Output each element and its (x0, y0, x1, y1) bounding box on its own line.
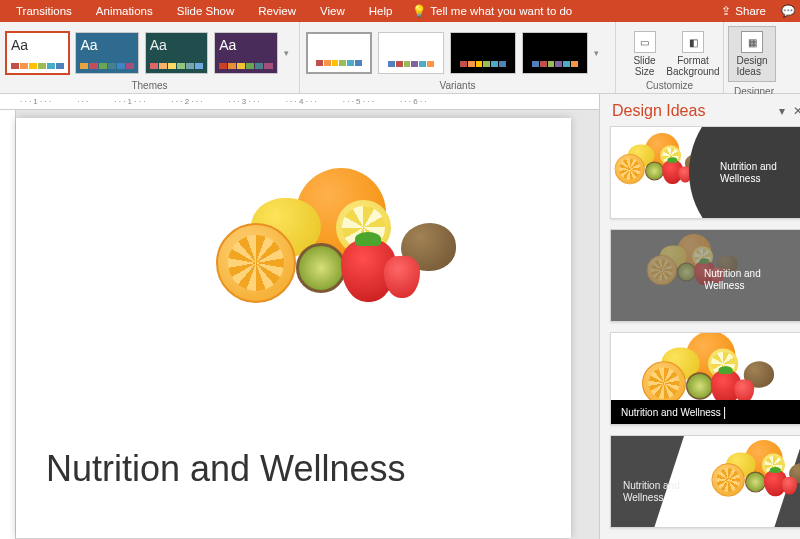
canvas-area: · · · 1 · · ·· · ·· · · 1 · · ·· · · 2 ·… (0, 94, 599, 539)
slide-canvas[interactable]: Nutrition and Wellness (16, 118, 571, 538)
variants-more-button[interactable]: ▾ (594, 26, 604, 80)
group-label-themes: Themes (0, 80, 299, 93)
variant-thumb-1[interactable] (306, 32, 372, 74)
design-ideas-icon: ▦ (741, 31, 763, 53)
slide-image-fruit[interactable] (196, 168, 456, 313)
group-label-customize: Customize (616, 80, 723, 93)
pane-close-button[interactable]: ✕ (790, 104, 800, 118)
design-idea-4-label: Nutrition and Wellness (623, 480, 693, 504)
format-background-button[interactable]: ◧ Format Background (669, 29, 717, 77)
design-idea-2[interactable]: Nutrition and Wellness (610, 229, 800, 322)
tell-me-search[interactable]: 💡 Tell me what you want to do (404, 4, 572, 18)
tab-review[interactable]: Review (246, 0, 308, 22)
slide-title-text[interactable]: Nutrition and Wellness (46, 448, 406, 490)
tell-me-label: Tell me what you want to do (430, 5, 572, 17)
design-idea-3-label: Nutrition and Wellness (621, 407, 721, 418)
theme-thumb-4[interactable]: Aa (214, 32, 277, 74)
pane-title: Design Ideas (612, 102, 774, 120)
slide-size-button[interactable]: ▭ Slide Size (622, 29, 667, 77)
variant-thumb-2[interactable] (378, 32, 444, 74)
share-label: Share (735, 5, 766, 17)
tab-slide-show[interactable]: Slide Show (165, 0, 247, 22)
format-background-label: Format Background (666, 55, 719, 77)
share-icon: ⇪ (721, 4, 731, 18)
slide-size-icon: ▭ (634, 31, 656, 53)
work-area: · · · 1 · · ·· · ·· · · 1 · · ·· · · 2 ·… (0, 94, 800, 539)
share-button[interactable]: ⇪ Share (711, 4, 776, 18)
ruler-horizontal: · · · 1 · · ·· · ·· · · 1 · · ·· · · 2 ·… (0, 94, 599, 110)
design-idea-4[interactable]: Nutrition and Wellness (610, 435, 800, 528)
design-ideas-label: Design Ideas (736, 55, 767, 77)
lightbulb-icon: 💡 (412, 4, 426, 18)
ribbon-body: Aa Aa Aa Aa ▾ Themes (0, 22, 800, 94)
tab-help[interactable]: Help (357, 0, 405, 22)
ribbon-tabs-bar: Transitions Animations Slide Show Review… (0, 0, 800, 22)
design-idea-3[interactable]: Nutrition and Wellness| (610, 332, 800, 425)
slide-size-label: Slide Size (633, 55, 655, 77)
design-ideas-pane: Design Ideas ▾ ✕ Nutrition and Wellness (599, 94, 800, 539)
pane-options-button[interactable]: ▾ (774, 104, 790, 118)
variant-thumb-3[interactable] (450, 32, 516, 74)
theme-thumb-2[interactable]: Aa (75, 32, 138, 74)
theme-thumb-3[interactable]: Aa (145, 32, 208, 74)
group-customize: ▭ Slide Size ◧ Format Background Customi… (616, 22, 724, 93)
group-variants: ▾ Variants (300, 22, 616, 93)
design-ideas-button[interactable]: ▦ Design Ideas (728, 26, 776, 82)
group-themes: Aa Aa Aa Aa ▾ Themes (0, 22, 300, 93)
comments-icon[interactable]: 💬 (776, 4, 800, 18)
variant-thumb-4[interactable] (522, 32, 588, 74)
design-idea-1-label: Nutrition and Wellness (720, 161, 790, 185)
tab-view[interactable]: View (308, 0, 357, 22)
themes-more-button[interactable]: ▾ (284, 26, 294, 80)
theme-thumb-1[interactable]: Aa (6, 32, 69, 74)
tab-transitions[interactable]: Transitions (4, 0, 84, 22)
tab-animations[interactable]: Animations (84, 0, 165, 22)
group-label-variants: Variants (300, 80, 615, 93)
ruler-vertical (0, 110, 16, 539)
format-background-icon: ◧ (682, 31, 704, 53)
design-idea-2-label: Nutrition and Wellness (704, 268, 784, 292)
design-idea-1[interactable]: Nutrition and Wellness (610, 126, 800, 219)
group-designer: ▦ Design Ideas Designer (724, 22, 784, 93)
